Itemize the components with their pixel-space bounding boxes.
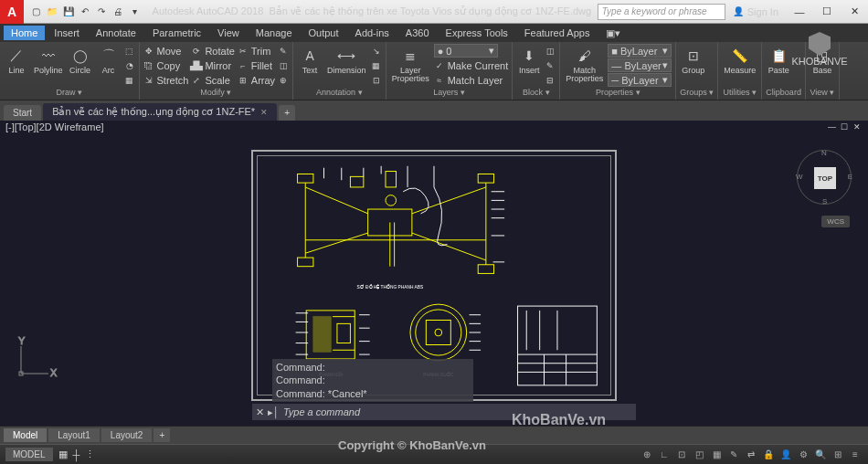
draw-misc-2[interactable]: ◔: [124, 58, 135, 72]
tab-output[interactable]: Output: [302, 26, 346, 40]
dimension-button[interactable]: ⟷Dimension: [325, 44, 368, 77]
block-create[interactable]: ◫: [545, 44, 556, 58]
qat-dropdown-icon[interactable]: ▾: [128, 5, 141, 18]
scale-button[interactable]: ⤢Scale: [191, 73, 234, 87]
modify-ext1[interactable]: ✎: [278, 44, 289, 58]
layer-combo[interactable]: ● 0▾: [434, 44, 498, 58]
qat-open-icon[interactable]: 📁: [46, 5, 58, 18]
sb-icon[interactable]: ◰: [692, 448, 706, 462]
layout-tab-model[interactable]: Model: [4, 428, 47, 442]
insert-button[interactable]: ⬇Insert: [516, 44, 542, 77]
annot-table[interactable]: ▦: [371, 58, 382, 72]
stretch-button[interactable]: ⇲Stretch: [143, 73, 189, 87]
rotate-button[interactable]: ⟳Rotate: [191, 44, 234, 58]
sb-icon[interactable]: 🔒: [761, 448, 776, 462]
layer-properties-button[interactable]: ≣Layer Properties: [390, 44, 431, 85]
tab-manage[interactable]: Manage: [249, 26, 300, 40]
svg-line-8: [305, 187, 367, 214]
qat-redo-icon[interactable]: ↷: [95, 5, 108, 18]
block-edit[interactable]: ✎: [545, 58, 556, 72]
array-button[interactable]: ⊞Array: [238, 73, 275, 87]
status-model-badge[interactable]: MODEL: [5, 448, 53, 461]
tab-express[interactable]: Express Tools: [439, 26, 515, 40]
sb-icon[interactable]: ⚙: [796, 448, 810, 462]
copy-button[interactable]: ⿻Copy: [143, 58, 189, 72]
status-more-icon[interactable]: ⋮: [85, 448, 95, 460]
move-button[interactable]: ✥Move: [143, 44, 189, 58]
tab-view[interactable]: View: [210, 26, 247, 40]
layout-tab-1[interactable]: Layout1: [48, 428, 100, 442]
paste-button[interactable]: 📋Paste: [766, 44, 791, 77]
vp-min-icon[interactable]: —: [828, 122, 837, 132]
minimize-button[interactable]: —: [786, 0, 813, 24]
lineweight-combo[interactable]: — ByLayer▾: [608, 58, 672, 72]
layout-tab-2[interactable]: Layout2: [101, 428, 153, 442]
tab-featured[interactable]: Featured Apps: [517, 26, 598, 40]
tab-a360[interactable]: A360: [398, 26, 437, 40]
annot-misc[interactable]: ⊡: [371, 73, 382, 87]
qat-new-icon[interactable]: ▢: [29, 5, 42, 18]
sb-icon[interactable]: ⊞: [831, 448, 845, 462]
match-layer-button[interactable]: ≈Match Layer: [434, 73, 509, 87]
circle-button[interactable]: ◯Circle: [68, 44, 93, 77]
wcs-badge[interactable]: WCS: [821, 216, 850, 227]
close-tab-icon[interactable]: ✕: [260, 108, 268, 117]
modify-ext2[interactable]: ◫: [278, 58, 289, 72]
sb-icon[interactable]: ▦: [709, 448, 724, 462]
layout-tab-add[interactable]: +: [153, 428, 170, 442]
tab-expand-icon[interactable]: ▣▾: [598, 26, 628, 41]
polyline-button[interactable]: 〰Polyline: [32, 44, 65, 77]
block-attr[interactable]: ⊟: [545, 73, 556, 87]
trim-button[interactable]: ✂Trim: [238, 44, 275, 58]
maximize-button[interactable]: ☐: [813, 0, 841, 24]
sb-icon[interactable]: ≡: [848, 448, 863, 462]
vp-close-icon[interactable]: ✕: [853, 122, 863, 132]
make-current-button[interactable]: ✓Make Current: [434, 58, 509, 72]
vp-max-icon[interactable]: ☐: [841, 122, 850, 132]
annot-leader[interactable]: ↘: [371, 44, 382, 58]
qat-save-icon[interactable]: 💾: [62, 5, 75, 18]
modify-ext3[interactable]: ⊕: [278, 73, 289, 87]
sb-icon[interactable]: ✎: [726, 448, 741, 462]
sb-icon[interactable]: ⇄: [744, 448, 758, 462]
tab-start[interactable]: Start: [4, 105, 41, 121]
qat-print-icon[interactable]: 🖨: [111, 5, 124, 18]
signin-button[interactable]: 👤 Sign In: [725, 6, 786, 17]
cmd-close-icon[interactable]: ✕: [256, 406, 264, 418]
fillet-button[interactable]: ⌐Fillet: [238, 58, 275, 72]
measure-button[interactable]: 📏Measure: [722, 44, 757, 77]
viewport-label[interactable]: [-][Top][2D Wireframe]: [5, 121, 104, 132]
command-line-input[interactable]: ✕ ▸│ Type a command: [252, 404, 636, 420]
new-tab-button[interactable]: +: [279, 105, 295, 121]
status-snap-icon[interactable]: ┼: [73, 449, 80, 460]
help-search-input[interactable]: Type a keyword or phrase: [598, 4, 725, 20]
match-props-button[interactable]: 🖌Match Properties: [564, 44, 605, 85]
tab-document[interactable]: Bản vẽ các hệ thống...ụng động cơ 1NZ-FE…: [43, 103, 277, 121]
tab-insert[interactable]: Insert: [47, 26, 87, 40]
sb-icon[interactable]: 🔍: [813, 448, 828, 462]
linetype-combo[interactable]: ─ ByLayer▾: [608, 73, 672, 87]
tab-home[interactable]: Home: [4, 26, 45, 40]
qat-undo-icon[interactable]: ↶: [79, 5, 91, 18]
arc-button[interactable]: ⌒Arc: [96, 44, 122, 77]
close-button[interactable]: ✕: [841, 0, 868, 24]
sb-icon[interactable]: 👤: [778, 448, 793, 462]
base-button[interactable]: ◳Base: [810, 44, 835, 77]
drawing-canvas[interactable]: SƠ ĐỒ HỆ THỐNG PHANH ABS PHANH ĐĨA: [0, 133, 868, 426]
text-button[interactable]: AText: [297, 44, 323, 77]
view-cube[interactable]: TOP NSEW: [797, 150, 852, 205]
tab-parametric[interactable]: Parametric: [145, 26, 208, 40]
color-combo[interactable]: ■ ByLayer▾: [608, 44, 672, 58]
status-grid-icon[interactable]: ▦: [58, 448, 68, 460]
sb-icon[interactable]: ⊡: [674, 448, 689, 462]
line-button[interactable]: ／Line: [4, 44, 29, 77]
sb-icon[interactable]: ⊕: [640, 448, 654, 462]
group-button[interactable]: ⊡Group: [680, 44, 706, 77]
draw-misc-1[interactable]: ⬚: [124, 44, 135, 58]
tab-annotate[interactable]: Annotate: [89, 26, 143, 40]
draw-misc-3[interactable]: ▦: [124, 73, 135, 87]
tab-addins[interactable]: Add-ins: [348, 26, 397, 40]
app-logo[interactable]: A: [0, 0, 24, 24]
sb-icon[interactable]: ∟: [657, 448, 672, 462]
mirror-button[interactable]: ▟▙Mirror: [191, 58, 234, 72]
